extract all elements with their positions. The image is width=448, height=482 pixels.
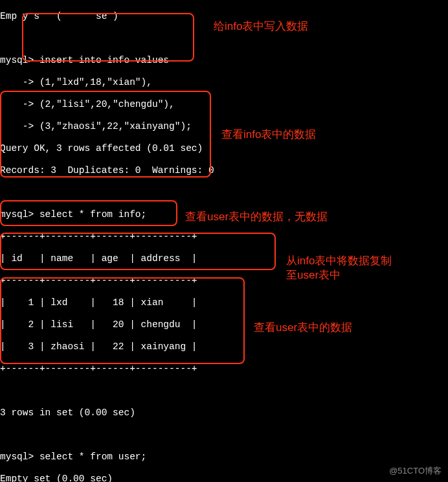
table-border: +------+--------+------+----------+ (0, 363, 448, 374)
blank-line (0, 385, 448, 396)
line-cut-top: Emp y s ( se ) (0, 11, 448, 22)
watermark: @51CTO博客 (389, 465, 442, 477)
table-border: +------+--------+------+----------+ (0, 275, 448, 286)
insert-info-result2: Records: 3 Duplicates: 0 Warnings: 0 (0, 165, 448, 176)
insert-info-line2: -> (1,"lxd",18,"xian"), (0, 77, 448, 88)
rows-in-set: 3 rows in set (0.00 sec) (0, 407, 448, 419)
table-row: | 3 | zhaosi | 22 | xainyang | (0, 341, 448, 352)
table-border: +------+--------+------+----------+ (0, 231, 448, 242)
select-info-cmd: mysql> select * from info; (0, 209, 448, 220)
insert-info-line4: -> (3,"zhaosi",22,"xainyang"); (0, 121, 448, 132)
insert-info-line3: -> (2,"lisi",20,"chengdu"), (0, 99, 448, 110)
insert-info-line1: mysql> insert into info values (0, 55, 448, 66)
blank-line (0, 187, 448, 198)
empty-set: Empty set (0.00 sec) (0, 474, 448, 482)
blank-line (0, 33, 448, 44)
blank-line (0, 430, 448, 441)
insert-info-result1: Query OK, 3 rows affected (0.01 sec) (0, 143, 448, 154)
terminal-output: Emp y s ( se ) mysql> insert into info v… (0, 0, 448, 482)
select-user-cmd: mysql> select * from user; (0, 452, 448, 463)
table-row: | 1 | lxd | 18 | xian | (0, 297, 448, 308)
table-row: | 2 | lisi | 20 | chengdu | (0, 319, 448, 330)
table-header: | id | name | age | address | (0, 253, 448, 264)
